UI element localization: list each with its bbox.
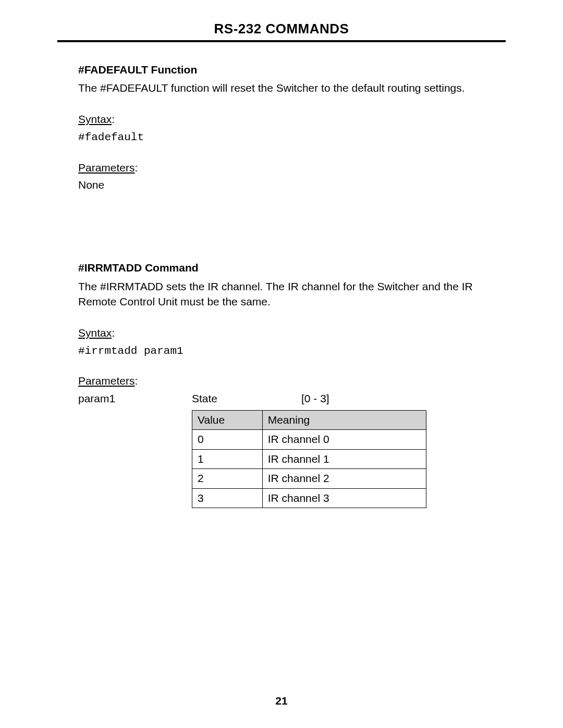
param-name: param1 [78, 391, 192, 406]
param-type: State [192, 391, 301, 406]
table-header-cell: Value [192, 411, 263, 430]
section-heading: #FADEFAULT Function [78, 62, 485, 77]
table-row: 1 IR channel 1 [192, 449, 426, 468]
table-cell: IR channel 0 [262, 430, 426, 449]
table-cell: 2 [192, 469, 263, 488]
param-range: [0 - 3] [301, 391, 485, 406]
parameter-table: Value Meaning 0 IR channel 0 1 IR channe… [192, 410, 426, 508]
table-row: 3 IR channel 3 [192, 488, 426, 508]
syntax-code: #fadefault [78, 130, 485, 145]
parameters-label-text: Parameters [78, 375, 135, 387]
document-page: RS-232 COMMANDS #FADEFAULT Function The … [0, 0, 563, 728]
section-fadefault: #FADEFAULT Function The #FADEFAULT funct… [78, 62, 485, 192]
table-cell: IR channel 1 [262, 449, 426, 468]
table-header-cell: Meaning [262, 411, 426, 430]
parameters-label: Parameters: [78, 160, 485, 175]
table-cell: IR channel 2 [262, 469, 426, 488]
page-content: #FADEFAULT Function The #FADEFAULT funct… [57, 42, 506, 508]
table-header-row: Value Meaning [192, 411, 426, 430]
parameters-label: Parameters: [78, 373, 485, 388]
section-irrmtadd: #IRRMTADD Command The #IRRMTADD sets the… [78, 260, 485, 508]
parameters-label-text: Parameters [78, 162, 135, 174]
syntax-label-text: Syntax [78, 113, 112, 125]
table-cell: IR channel 3 [262, 488, 426, 508]
syntax-label-text: Syntax [78, 327, 112, 339]
table-cell: 1 [192, 449, 263, 468]
page-number: 21 [0, 695, 563, 707]
syntax-code: #irrmtadd param1 [78, 343, 485, 359]
page-title: RS-232 COMMANDS [57, 21, 506, 37]
table-cell: 0 [192, 430, 263, 449]
syntax-label: Syntax: [78, 112, 485, 127]
table-row: 0 IR channel 0 [192, 430, 426, 449]
syntax-label: Syntax: [78, 325, 485, 340]
table-cell: 3 [192, 488, 263, 508]
section-description: The #FADEFAULT function will reset the S… [78, 80, 485, 95]
parameter-table-wrap: Value Meaning 0 IR channel 0 1 IR channe… [192, 410, 426, 508]
parameters-value: None [78, 177, 485, 192]
table-row: 2 IR channel 2 [192, 469, 426, 488]
section-description: The #IRRMTADD sets the IR channel. The I… [78, 279, 485, 310]
parameter-definition-row: param1 State [0 - 3] [78, 391, 485, 406]
section-heading: #IRRMTADD Command [78, 260, 485, 275]
